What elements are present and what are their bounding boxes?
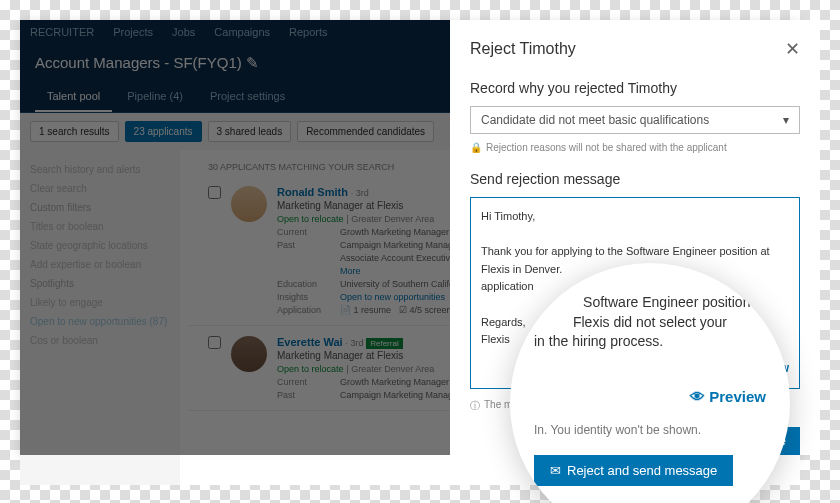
search-results-pill[interactable]: 1 search results xyxy=(30,121,119,142)
nav-campaigns[interactable]: Campaigns xyxy=(214,26,270,38)
sidebar: Search history and alerts Clear search C… xyxy=(20,150,180,485)
select-checkbox[interactable] xyxy=(208,186,221,199)
modal-title: Reject Timothy xyxy=(470,40,576,58)
tab-pipeline[interactable]: Pipeline (4) xyxy=(115,82,195,110)
nav-reports[interactable]: Reports xyxy=(289,26,328,38)
privacy-hint: 🔒 Rejection reasons will not be shared w… xyxy=(470,142,800,153)
select-checkbox[interactable] xyxy=(208,336,221,349)
eye-icon: 👁 xyxy=(690,388,705,405)
close-icon[interactable]: ✕ xyxy=(785,38,800,60)
mail-icon: ✉ xyxy=(550,463,561,478)
edit-icon[interactable]: ✎ xyxy=(246,54,259,71)
info-icon: ⓘ xyxy=(470,399,480,413)
reason-select[interactable]: Candidate did not meet basic qualificati… xyxy=(470,106,800,134)
send-heading: Send rejection message xyxy=(470,171,800,187)
avatar xyxy=(231,186,267,222)
tab-settings[interactable]: Project settings xyxy=(198,82,297,110)
lock-icon: 🔒 xyxy=(470,142,482,153)
tab-talent-pool[interactable]: Talent pool xyxy=(35,82,112,112)
preview-link[interactable]: 👁 Preview xyxy=(534,388,766,405)
nav-projects[interactable]: Projects xyxy=(113,26,153,38)
clear-search[interactable]: Clear search xyxy=(30,179,170,198)
applicants-pill[interactable]: 23 applicants xyxy=(125,121,202,142)
record-heading: Record why you rejected Timothy xyxy=(470,80,800,96)
chevron-down-icon: ▾ xyxy=(783,113,789,127)
recommended-pill[interactable]: Recommended candidates xyxy=(297,121,434,142)
avatar xyxy=(231,336,267,372)
nav-jobs[interactable]: Jobs xyxy=(172,26,195,38)
shared-leads-pill[interactable]: 3 shared leads xyxy=(208,121,292,142)
reject-send-button[interactable]: ✉ Reject and send message xyxy=(534,455,733,486)
